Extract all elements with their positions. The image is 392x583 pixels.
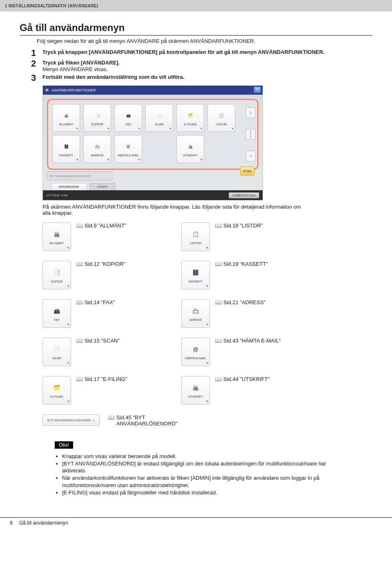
book-icon: 📖 xyxy=(76,338,83,343)
intro-text: Följ stegen nedan för att gå till menyn … xyxy=(37,38,372,44)
window-title-bar: 🛠 ANVÄNDARFUNKTIONER ? xyxy=(43,86,263,95)
change-password-button[interactable]: BYT ANVÄNDARLÖSENORD xyxy=(47,171,112,180)
tile-icon: 📋 xyxy=(189,229,202,240)
chevron-icon xyxy=(231,128,233,130)
button-reference-matrix: 🖨️ALLMÄNT📖Sid.9 "ALLMÄNT"📋LISTOR📖Sid.18 … xyxy=(42,223,372,405)
jobstatus-button[interactable]: JOBBSTATUS ▸ xyxy=(229,192,260,198)
book-icon: 📖 xyxy=(76,376,83,382)
note-list: Knappar som visas varierar beroende på m… xyxy=(55,453,349,496)
menu-tile-adress[interactable]: 📇ADRESS xyxy=(83,135,111,163)
page-reference: Sid.12 "KOPIOR" xyxy=(85,261,125,267)
menu-tile-kassett[interactable]: 🗄️KASSETT xyxy=(181,261,210,289)
tile-row: 🗄️KASSETT📇ADRESS@HÄMTA E-MAIL🖨️UTSKRIFT xyxy=(52,135,240,163)
section-title: Gå till användarmenyn xyxy=(20,22,372,33)
change-password-button[interactable]: BYT ANVÄNDARLÖSENORD▸ xyxy=(42,414,100,426)
scroll-up[interactable]: ∧ xyxy=(246,107,256,118)
menu-tile-utskrift[interactable]: 🖨️UTSKRIFT xyxy=(176,135,204,163)
step-1: 1 Tryck på knappen [ANVÄNDARFUNKTIONER] … xyxy=(31,48,372,58)
tile-label: KASSETT xyxy=(59,154,73,157)
tile-icon: 📑 xyxy=(91,110,103,121)
page-reference: Sid.15 "SCAN" xyxy=(85,338,120,344)
tile-icon: 🗂️ xyxy=(51,383,63,393)
chevron-icon xyxy=(138,128,140,130)
page-reference: Sid.44 "UTSKRIFT" xyxy=(223,376,270,382)
chevron-icon xyxy=(206,401,208,403)
step-sub: Menyn ANVÄNDARE visas. xyxy=(42,66,372,72)
tile-icon: 🖨️ xyxy=(184,141,196,152)
tile-label: UTSKRIFT xyxy=(188,395,203,398)
tile-label: SCAN xyxy=(53,357,61,360)
note-item: När användarkontrollfunktionen har aktiv… xyxy=(62,474,349,488)
chevron-icon xyxy=(206,285,208,287)
menu-tile-allmänt[interactable]: 🖨️ALLMÄNT xyxy=(42,223,71,251)
menu-tile-fax[interactable]: 📠FAX xyxy=(114,104,142,132)
tile-icon: 📠 xyxy=(51,306,63,316)
stan-button[interactable]: STÄN xyxy=(240,167,254,176)
tile-row: 🖨️ALLMÄNT📑KOPIOR📠FAX📄SCAN🗂️E-FILING📋LIST… xyxy=(52,104,240,132)
tile-icon: 📑 xyxy=(51,267,63,278)
tile-label: ALLMÄNT xyxy=(59,123,74,126)
footer-title: Gå till användarmenyn xyxy=(19,520,68,526)
highlighted-panel: 🖨️ALLMÄNT📑KOPIOR📠FAX📄SCAN🗂️E-FILING📋LIST… xyxy=(47,99,258,170)
chevron-icon xyxy=(200,159,202,161)
step-2: 2 Tryck på fliken [ANVÄNDARE]. Menyn ANV… xyxy=(31,59,372,72)
tile-label: ADRESS xyxy=(91,154,104,157)
step-number: 2 xyxy=(31,59,42,72)
page-reference: Sid.18 "LISTOR" xyxy=(223,223,263,229)
note-tag: Obs! xyxy=(55,441,73,449)
step-text: Tryck på knappen [ANVÄNDARFUNKTIONER] på… xyxy=(42,49,325,55)
book-icon: 📖 xyxy=(108,414,115,420)
page-reference: Sid.14 "FAX" xyxy=(85,299,115,305)
tile-label: LISTOR xyxy=(216,123,227,126)
help-button[interactable]: ? xyxy=(254,87,261,93)
window-title: ANVÄNDARFUNKTIONER xyxy=(51,88,96,92)
tile-label: FAX xyxy=(54,318,60,322)
menu-tile-fax[interactable]: 📠FAX xyxy=(42,299,71,328)
menu-tile-hämta-e-mail[interactable]: @HÄMTA E-MAIL xyxy=(181,338,210,366)
chevron-icon xyxy=(76,128,78,130)
menu-tile-e-filing[interactable]: 🗂️E-FILING xyxy=(42,376,71,405)
tile-icon: 📇 xyxy=(189,306,202,316)
scroll-track: 11 xyxy=(246,129,256,140)
tile-icon: @ xyxy=(122,141,134,152)
tile-label: HÄMTA E-MAIL xyxy=(185,357,206,360)
tile-icon: 📠 xyxy=(122,110,134,121)
menu-tile-hämta-e-mail[interactable]: @HÄMTA E-MAIL xyxy=(114,135,142,163)
tile-label: KOPIOR xyxy=(91,123,103,126)
book-icon: 📖 xyxy=(215,338,222,343)
menu-tile-kassett[interactable]: 🗄️KASSETT xyxy=(52,135,80,163)
tab-admin[interactable]: ADMIN xyxy=(89,183,116,190)
menu-tile-listor[interactable]: 📋LISTOR xyxy=(207,104,235,132)
tile-label: KASSETT xyxy=(189,280,203,283)
note-item: Knappar som visas varierar beroende på m… xyxy=(62,453,349,460)
menu-tile-listor[interactable]: 📋LISTOR xyxy=(181,223,210,251)
chevron-icon xyxy=(206,247,208,249)
menu-tile-e-filing[interactable]: 🗂️E-FILING xyxy=(176,104,204,132)
step-text: Fortsätt med den användarinställning som… xyxy=(42,74,184,80)
tile-label: E-FILING xyxy=(50,395,63,398)
tile-icon: @ xyxy=(189,344,202,355)
chevron-icon xyxy=(76,159,78,161)
pwd-reference-row: BYT ANVÄNDARLÖSENORD▸ 📖 Sid.45 "BYT ANVÄ… xyxy=(42,414,372,427)
page-reference: Sid.17 "E-FILING" xyxy=(85,376,127,382)
menu-tile-kopior[interactable]: 📑KOPIOR xyxy=(42,261,71,289)
tile-icon: 📇 xyxy=(91,141,103,152)
menu-tile-kopior[interactable]: 📑KOPIOR xyxy=(83,104,111,132)
menu-tile-scan[interactable]: 📄SCAN xyxy=(145,104,173,132)
tile-icon: 📄 xyxy=(153,110,165,121)
tile-icon: 📋 xyxy=(215,110,227,121)
tile-icon: 🗄️ xyxy=(60,141,72,152)
menu-tile-utskrift[interactable]: 🖨️UTSKRIFT xyxy=(181,376,210,405)
tile-label: KOPIOR xyxy=(51,280,62,283)
scroll-down[interactable]: ∨ xyxy=(246,151,256,161)
tab-anvandare[interactable]: ANVÄNDARE xyxy=(51,183,87,190)
menu-tile-adress[interactable]: 📇ADRESS xyxy=(181,299,210,328)
tile-icon: 🖨️ xyxy=(189,383,202,393)
chapter-label: 1 INSTÄLLNINGSALTERNATIV (ANVÄNDARE) xyxy=(5,4,98,8)
page-reference: Sid.9 "ALLMÄNT" xyxy=(85,223,126,229)
tile-label: LISTOR xyxy=(190,242,201,245)
tile-icon: 🖨️ xyxy=(51,229,63,240)
menu-tile-scan[interactable]: 📄SCAN xyxy=(42,338,71,366)
menu-tile-allmänt[interactable]: 🖨️ALLMÄNT xyxy=(52,104,80,132)
divider xyxy=(20,35,372,36)
